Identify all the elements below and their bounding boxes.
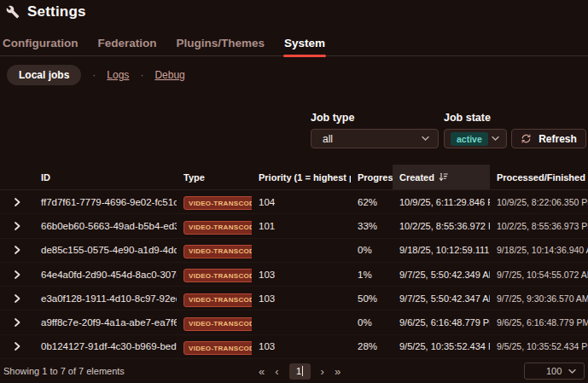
job-id: de85c155-0575-4e90-a1d9-4dd4e7516504	[34, 245, 177, 255]
table-body: ff7d7f61-7779-4696-9e02-fc51cf620a74 VID…	[0, 190, 588, 359]
expand-row-icon[interactable]	[15, 318, 20, 327]
page-title: Settings	[27, 3, 86, 20]
tab-system[interactable]: System	[284, 37, 325, 55]
job-processed: 9/7/25, 9:30:36.570 AM	[490, 293, 588, 304]
job-state-select[interactable]: active	[444, 129, 507, 148]
settings-tabs: Configuration Federation Plugins/Themes …	[0, 37, 588, 56]
separator-dot: ·	[92, 69, 96, 81]
settings-page: Settings Configuration Federation Plugin…	[0, 0, 588, 383]
job-progress: 28%	[351, 341, 393, 351]
text-caret	[302, 366, 303, 376]
table-row: 64e4a0fd-2d90-454d-8ac0-307d841f3cd3 VID…	[0, 263, 588, 287]
job-id: e3a0f128-1911-4d10-8c97-92edace2887c	[34, 293, 177, 304]
job-priority: 103	[252, 270, 351, 280]
job-id: 0b124127-91df-4c30-b969-bed97c15894a	[34, 341, 177, 351]
job-state-chip: active	[451, 132, 488, 146]
job-id: ff7d7f61-7779-4696-9e02-fc51cf620a74	[34, 197, 177, 207]
sort-descending-icon	[439, 172, 448, 182]
column-header-processed: Processed/Finished	[490, 172, 588, 183]
table-row: e3a0f128-1911-4d10-8c97-92edace2887c VID…	[0, 287, 588, 310]
job-created: 9/7/25, 5:50:42.349 AM	[393, 270, 490, 280]
page-size-select[interactable]: 100	[524, 363, 585, 380]
job-type-badge: VIDEO-TRANSCODING	[183, 196, 252, 210]
current-page-input[interactable]: 1	[289, 363, 311, 380]
chevron-down-icon	[422, 136, 429, 141]
first-page-button[interactable]: «	[259, 366, 265, 377]
job-progress: 50%	[351, 293, 393, 304]
jobs-table: ID Type Priority (1 = highest priority) …	[0, 165, 588, 359]
job-processed: 9/18/25, 10:14:36.940 AM	[490, 245, 588, 255]
job-type-badge: VIDEO-TRANSCODING	[183, 221, 252, 235]
expand-row-icon[interactable]	[15, 342, 20, 351]
column-header-type: Type	[177, 172, 252, 183]
expand-row-icon[interactable]	[15, 246, 20, 254]
table-row: 0b124127-91df-4c30-b969-bed97c15894a VID…	[0, 335, 588, 359]
tab-federation[interactable]: Federation	[97, 37, 156, 55]
last-page-button[interactable]: »	[335, 366, 341, 377]
subnav-logs[interactable]: Logs	[107, 69, 129, 81]
job-type-select[interactable]: all	[311, 129, 439, 148]
job-progress: 0%	[351, 317, 393, 328]
subnav-debug[interactable]: Debug	[154, 69, 184, 81]
next-page-button[interactable]: ›	[321, 366, 324, 377]
wrench-icon	[6, 5, 20, 19]
job-type-badge: VIDEO-TRANSCODING	[183, 293, 252, 307]
expand-row-icon[interactable]	[15, 294, 20, 303]
paginator: « ‹ 1 › »	[259, 359, 341, 383]
job-progress: 1%	[351, 270, 393, 280]
refresh-label: Refresh	[539, 133, 577, 145]
table-header-row: ID Type Priority (1 = highest priority) …	[0, 165, 588, 190]
table-row: 66b0eb60-5663-49ad-b5b4-ed3e07ee2cc2 VID…	[0, 214, 588, 238]
job-processed: 9/7/25, 10:54:55.072 AM	[490, 270, 588, 280]
column-header-progress: Progress	[351, 172, 393, 183]
table-footer: Showing 1 to 7 of 7 elements « ‹ 1 › » 1…	[0, 359, 588, 383]
created-header-label: Created	[399, 172, 434, 183]
separator-dot: ·	[140, 69, 143, 81]
job-state-label: Job state	[444, 112, 491, 124]
job-type-label: Job type	[311, 112, 354, 124]
job-type-badge: VIDEO-TRANSCODING	[183, 245, 252, 258]
job-processed: 10/2/25, 8:55:36.973 PM	[490, 221, 588, 231]
job-type-value: all	[323, 133, 333, 145]
table-row: a9ff8c7e-20f9-4a1a-abe7-ea7f6fcb4a55 VID…	[0, 310, 588, 334]
job-id: 64e4a0fd-2d90-454d-8ac0-307d841f3cd3	[34, 270, 177, 280]
job-created: 10/9/25, 6:11:29.846 PM	[393, 197, 490, 207]
chevron-down-icon	[568, 369, 576, 374]
refresh-icon	[521, 133, 532, 144]
job-created: 10/2/25, 8:55:36.972 PM	[393, 221, 490, 231]
job-type-badge: VIDEO-TRANSCODING	[183, 341, 252, 355]
previous-page-button[interactable]: ‹	[275, 366, 278, 377]
job-id: 66b0eb60-5663-49ad-b5b4-ed3e07ee2cc2	[34, 221, 177, 231]
chevron-down-icon	[492, 136, 499, 141]
column-header-id: ID	[34, 172, 177, 183]
job-created: 9/5/25, 10:35:52.434 PM	[393, 341, 490, 351]
subnav-local-jobs[interactable]: Local jobs	[7, 65, 81, 85]
job-priority: 103	[252, 341, 351, 351]
column-header-priority: Priority (1 = highest priority)	[252, 172, 351, 183]
tab-plugins-themes[interactable]: Plugins/Themes	[177, 37, 265, 55]
expand-row-icon[interactable]	[15, 198, 20, 206]
expand-row-icon[interactable]	[15, 222, 20, 230]
job-progress: 33%	[351, 221, 393, 231]
refresh-button[interactable]: Refresh	[511, 129, 586, 148]
current-page-value: 1	[296, 366, 301, 376]
job-progress: 0%	[351, 245, 393, 255]
job-processed: 9/6/25, 6:16:48.779 PM	[490, 317, 588, 328]
job-type-badge: VIDEO-TRANSCODING	[183, 269, 252, 282]
table-row: de85c155-0575-4e90-a1d9-4dd4e7516504 VID…	[0, 239, 588, 263]
job-progress: 62%	[351, 197, 393, 207]
job-type-badge: VIDEO-TRANSCODING	[183, 317, 252, 331]
job-created: 9/18/25, 10:12:59.111 AM	[393, 245, 490, 255]
page-size-value: 100	[546, 366, 562, 376]
job-priority: 101	[252, 221, 351, 231]
job-processed: 9/5/25, 10:35:52.434 PM	[490, 341, 588, 351]
job-id: a9ff8c7e-20f9-4a1a-abe7-ea7f6fcb4a55	[34, 317, 177, 328]
column-header-created[interactable]: Created	[393, 165, 490, 189]
tab-configuration[interactable]: Configuration	[3, 37, 78, 55]
system-subnav: Local jobs · Logs · Debug	[7, 65, 185, 85]
table-row: ff7d7f61-7779-4696-9e02-fc51cf620a74 VID…	[0, 190, 588, 214]
expand-row-icon[interactable]	[15, 270, 20, 279]
page-header: Settings	[6, 3, 86, 20]
results-summary: Showing 1 to 7 of 7 elements	[3, 366, 125, 376]
job-priority: 103	[252, 293, 351, 304]
